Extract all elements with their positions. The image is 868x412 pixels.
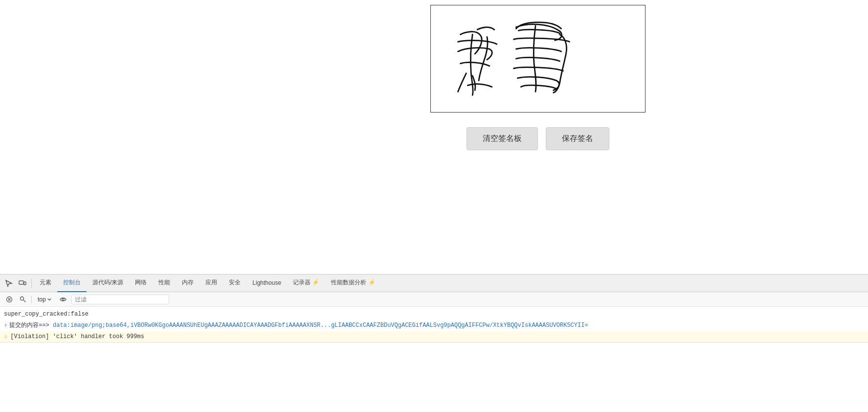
svg-point-3 [21,297,24,300]
console-filter-icon[interactable] [18,294,28,305]
tab-performance[interactable]: 性能 [153,275,176,292]
main-content: 清空签名板 保存签名 [0,0,868,274]
console-line-1-text: super_copy_cracked:false [4,310,89,319]
svg-point-4 [62,298,64,300]
clear-signature-button[interactable]: 清空签名板 [467,127,538,150]
tab-elements[interactable]: 元素 [34,275,57,292]
warning-icon: ⚠ [4,332,7,341]
console-filter-input[interactable] [71,295,169,304]
devtools-responsive-icon[interactable] [16,276,29,290]
console-line-3: ⚠ [Violation] 'click' handler took 999ms [0,331,868,343]
tab-security[interactable]: 安全 [223,275,246,292]
console-line-2-link[interactable]: data:image/png;base64,iVBORw0KGgoAAAANSU… [53,321,588,330]
tab-perf-insights[interactable]: 性能数据分析 ⚡ [325,275,381,292]
console-clear-icon[interactable] [4,294,15,305]
console-arrow-icon: › [4,321,7,330]
devtools-console-toolbar: top [0,292,868,307]
tab-recorder[interactable]: 记录器 ⚡ [287,275,325,292]
tab-divider-1 [31,278,32,288]
devtools-panel: 元素 控制台 源代码/来源 网络 性能 内存 应用 安全 Lighthouse … [0,274,868,412]
tab-network[interactable]: 网络 [129,275,153,292]
svg-rect-1 [24,282,26,285]
button-row: 清空签名板 保存签名 [467,127,609,150]
context-selector[interactable]: top [35,295,55,304]
context-selector-label: top [38,296,46,303]
devtools-inspect-icon[interactable] [2,276,16,290]
tab-source[interactable]: 源代码/来源 [87,275,129,292]
console-line-2: › 提交的内容==> data:image/png;base64,iVBORw0… [0,320,868,331]
console-line-1: super_copy_cracked:false [0,309,868,320]
console-line-2-prefix: 提交的内容==> [9,321,53,330]
signature-canvas[interactable] [430,5,645,113]
tab-memory[interactable]: 内存 [176,275,200,292]
tab-console[interactable]: 控制台 [57,275,87,292]
console-output: super_copy_cracked:false › 提交的内容==> data… [0,307,868,412]
signature-section: 清空签名板 保存签名 [430,5,645,150]
devtools-tabs-bar: 元素 控制台 源代码/来源 网络 性能 内存 应用 安全 Lighthouse … [0,275,868,292]
tab-lighthouse[interactable]: Lighthouse [246,275,287,292]
console-line-3-text: [Violation] 'click' handler took 999ms [10,332,144,341]
chevron-down-icon [47,297,52,302]
save-signature-button[interactable]: 保存签名 [546,127,609,150]
console-eye-icon[interactable] [58,294,68,305]
svg-rect-0 [19,281,23,284]
toolbar-divider-1 [31,296,32,303]
tab-application[interactable]: 应用 [200,275,223,292]
